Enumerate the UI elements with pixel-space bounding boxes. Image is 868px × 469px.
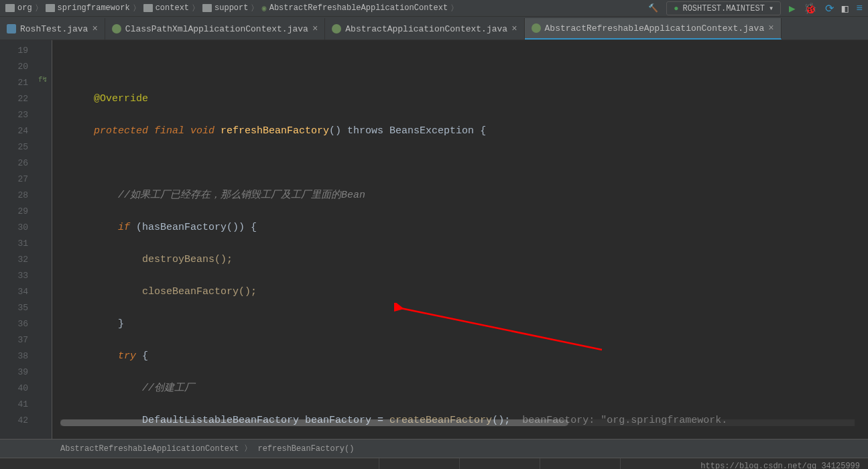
- hammer-icon[interactable]: 🔨: [648, 3, 658, 13]
- watermark: https://blog.csdn.net/qq_34125999: [700, 462, 860, 470]
- code-area[interactable]: @Override protected final void refreshBe…: [52, 40, 868, 439]
- horizontal-scrollbar[interactable]: [60, 419, 855, 426]
- breadcrumb-item[interactable]: org: [5, 3, 32, 13]
- tab-abstractapp[interactable]: AbstractApplicationContext.java×: [325, 18, 524, 40]
- class-icon: [332, 24, 341, 34]
- tab-roshtest[interactable]: RoshTest.java×: [0, 18, 105, 40]
- line-gutter: 1920212223242526272829303132333435363738…: [0, 40, 34, 439]
- folder-icon: [202, 4, 212, 12]
- close-icon[interactable]: ×: [92, 23, 97, 34]
- close-icon[interactable]: ×: [768, 23, 773, 34]
- scrollbar-thumb[interactable]: [60, 419, 568, 426]
- breadcrumb-item[interactable]: ◉AbstractRefreshableApplicationContext: [261, 3, 448, 13]
- breadcrumb-bar: org〉 springframework〉 context〉 support〉 …: [0, 0, 868, 17]
- coverage-icon[interactable]: ⟳: [825, 2, 834, 15]
- close-icon[interactable]: ×: [511, 23, 517, 34]
- java-icon: [7, 24, 16, 34]
- override-icon[interactable]: f↯: [34, 75, 52, 91]
- status-bar: https://blog.csdn.net/qq_34125999: [0, 458, 868, 469]
- structure-breadcrumb: AbstractRefreshableApplicationContext〉re…: [0, 439, 868, 458]
- editor-tabs: RoshTest.java× ClassPathXmlApplicationCo…: [0, 17, 868, 40]
- breadcrumb-item[interactable]: context: [143, 3, 189, 13]
- gutter-icons: f↯: [34, 40, 52, 439]
- folder-icon: [143, 4, 153, 12]
- editor-area[interactable]: 1920212223242526272829303132333435363738…: [0, 40, 868, 439]
- folder-icon: [46, 4, 55, 12]
- stop-icon[interactable]: ◧: [842, 2, 849, 15]
- run-config-dropdown[interactable]: ●ROSHTEST.MAINTEST▾: [666, 1, 781, 15]
- run-icon[interactable]: ▶: [789, 2, 796, 15]
- crumb-method[interactable]: refreshBeanFactory(): [257, 444, 354, 454]
- folder-icon: [5, 4, 15, 12]
- breadcrumb-item[interactable]: support: [202, 3, 248, 13]
- crumb-class[interactable]: AbstractRefreshableApplicationContext: [60, 444, 239, 454]
- debug-icon[interactable]: 🐞: [804, 2, 817, 15]
- class-icon: [112, 24, 121, 34]
- close-icon[interactable]: ×: [312, 23, 318, 34]
- toolbar: 🔨 ●ROSHTEST.MAINTEST▾ ▶ 🐞 ⟳ ◧ ≡: [648, 0, 863, 17]
- breadcrumb-item[interactable]: springframework: [46, 3, 130, 13]
- action-icon[interactable]: ≡: [856, 3, 863, 15]
- tab-abstractrefreshable[interactable]: AbstractRefreshableApplicationContext.ja…: [525, 18, 782, 40]
- class-icon: [532, 23, 541, 33]
- tab-classpathxml[interactable]: ClassPathXmlApplicationContext.java×: [105, 18, 325, 40]
